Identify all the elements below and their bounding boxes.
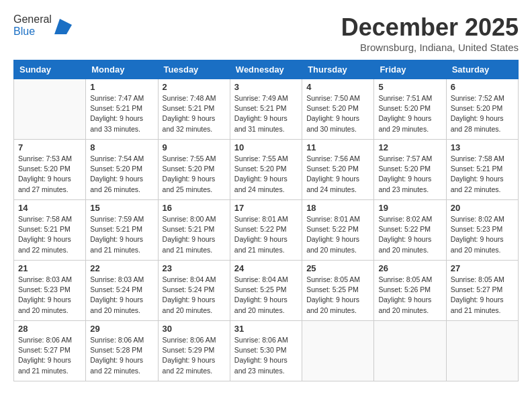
day-header-sunday: Sunday [14, 60, 86, 79]
calendar-cell: 2Sunrise: 7:48 AM Sunset: 5:21 PM Daylig… [158, 79, 230, 140]
calendar-cell: 11Sunrise: 7:56 AM Sunset: 5:20 PM Dayli… [302, 140, 374, 200]
day-info: Sunrise: 8:06 AM Sunset: 5:29 PM Dayligh… [163, 335, 226, 376]
calendar-cell: 5Sunrise: 7:51 AM Sunset: 5:20 PM Daylig… [374, 79, 446, 140]
calendar-cell: 3Sunrise: 7:49 AM Sunset: 5:21 PM Daylig… [230, 79, 302, 140]
calendar-cell: 13Sunrise: 7:58 AM Sunset: 5:21 PM Dayli… [446, 140, 518, 200]
day-number: 13 [451, 142, 514, 152]
day-info: Sunrise: 8:01 AM Sunset: 5:22 PM Dayligh… [306, 214, 369, 255]
week-row-2: 7Sunrise: 7:53 AM Sunset: 5:20 PM Daylig… [14, 140, 519, 200]
day-info: Sunrise: 8:05 AM Sunset: 5:27 PM Dayligh… [451, 275, 514, 316]
calendar-cell: 19Sunrise: 8:02 AM Sunset: 5:22 PM Dayli… [374, 200, 446, 261]
calendar-cell: 22Sunrise: 8:03 AM Sunset: 5:24 PM Dayli… [86, 261, 158, 321]
header-row: SundayMondayTuesdayWednesdayThursdayFrid… [14, 60, 519, 79]
calendar-cell: 29Sunrise: 8:06 AM Sunset: 5:28 PM Dayli… [86, 321, 158, 381]
calendar-cell: 4Sunrise: 7:50 AM Sunset: 5:20 PM Daylig… [302, 79, 374, 140]
calendar-cell: 23Sunrise: 8:04 AM Sunset: 5:24 PM Dayli… [158, 261, 230, 321]
calendar-cell: 21Sunrise: 8:03 AM Sunset: 5:23 PM Dayli… [14, 261, 86, 321]
location-text: Brownsburg, Indiana, United States [341, 42, 519, 53]
day-number: 21 [18, 263, 81, 273]
day-info: Sunrise: 8:02 AM Sunset: 5:23 PM Dayligh… [451, 214, 514, 255]
day-number: 3 [234, 82, 298, 92]
calendar-cell: 15Sunrise: 7:59 AM Sunset: 5:21 PM Dayli… [86, 200, 158, 261]
day-info: Sunrise: 8:00 AM Sunset: 5:21 PM Dayligh… [163, 214, 226, 255]
day-info: Sunrise: 8:01 AM Sunset: 5:22 PM Dayligh… [234, 214, 298, 255]
calendar-cell: 16Sunrise: 8:00 AM Sunset: 5:21 PM Dayli… [158, 200, 230, 261]
calendar-cell: 14Sunrise: 7:58 AM Sunset: 5:21 PM Dayli… [14, 200, 86, 261]
day-info: Sunrise: 7:49 AM Sunset: 5:21 PM Dayligh… [234, 93, 298, 134]
svg-marker-0 [54, 19, 72, 34]
day-info: Sunrise: 8:02 AM Sunset: 5:22 PM Dayligh… [378, 214, 441, 255]
day-info: Sunrise: 7:53 AM Sunset: 5:20 PM Dayligh… [18, 154, 81, 195]
day-number: 29 [90, 324, 153, 334]
calendar-table: SundayMondayTuesdayWednesdayThursdayFrid… [13, 60, 519, 381]
day-info: Sunrise: 8:03 AM Sunset: 5:24 PM Dayligh… [90, 275, 153, 316]
day-number: 8 [90, 142, 153, 152]
day-number: 20 [451, 203, 514, 213]
day-header-wednesday: Wednesday [230, 60, 302, 79]
day-number: 24 [234, 263, 298, 273]
day-info: Sunrise: 8:05 AM Sunset: 5:26 PM Dayligh… [378, 275, 441, 316]
calendar-cell: 12Sunrise: 7:57 AM Sunset: 5:20 PM Dayli… [374, 140, 446, 200]
calendar-cell [446, 321, 518, 381]
calendar-cell: 24Sunrise: 8:04 AM Sunset: 5:25 PM Dayli… [230, 261, 302, 321]
day-info: Sunrise: 8:04 AM Sunset: 5:24 PM Dayligh… [163, 275, 226, 316]
day-info: Sunrise: 7:58 AM Sunset: 5:21 PM Dayligh… [18, 214, 81, 255]
day-number: 4 [306, 82, 369, 92]
day-header-thursday: Thursday [302, 60, 374, 79]
logo: General Blue [13, 13, 73, 38]
calendar-cell: 9Sunrise: 7:55 AM Sunset: 5:20 PM Daylig… [158, 140, 230, 200]
day-info: Sunrise: 8:06 AM Sunset: 5:27 PM Dayligh… [18, 335, 81, 376]
day-number: 16 [163, 203, 226, 213]
day-number: 19 [378, 203, 441, 213]
day-number: 18 [306, 203, 369, 213]
calendar-cell: 6Sunrise: 7:52 AM Sunset: 5:20 PM Daylig… [446, 79, 518, 140]
day-number: 14 [18, 203, 81, 213]
day-info: Sunrise: 7:50 AM Sunset: 5:20 PM Dayligh… [306, 93, 369, 134]
day-number: 25 [306, 263, 369, 273]
day-info: Sunrise: 8:04 AM Sunset: 5:25 PM Dayligh… [234, 275, 298, 316]
day-header-monday: Monday [86, 60, 158, 79]
page-header: General Blue December 2025 Brownsburg, I… [13, 13, 519, 53]
logo-blue-text: Blue [13, 26, 35, 37]
calendar-cell: 30Sunrise: 8:06 AM Sunset: 5:29 PM Dayli… [158, 321, 230, 381]
day-number: 10 [234, 142, 298, 152]
day-info: Sunrise: 7:47 AM Sunset: 5:21 PM Dayligh… [90, 93, 153, 134]
day-number: 1 [90, 82, 153, 92]
calendar-cell: 26Sunrise: 8:05 AM Sunset: 5:26 PM Dayli… [374, 261, 446, 321]
week-row-1: 1Sunrise: 7:47 AM Sunset: 5:21 PM Daylig… [14, 79, 519, 140]
day-info: Sunrise: 7:57 AM Sunset: 5:20 PM Dayligh… [378, 154, 441, 195]
day-info: Sunrise: 7:51 AM Sunset: 5:20 PM Dayligh… [378, 93, 441, 134]
day-number: 26 [378, 263, 441, 273]
calendar-cell: 17Sunrise: 8:01 AM Sunset: 5:22 PM Dayli… [230, 200, 302, 261]
day-info: Sunrise: 7:55 AM Sunset: 5:20 PM Dayligh… [234, 154, 298, 195]
day-info: Sunrise: 7:54 AM Sunset: 5:20 PM Dayligh… [90, 154, 153, 195]
day-number: 15 [90, 203, 153, 213]
day-number: 31 [234, 324, 298, 334]
day-number: 6 [451, 82, 514, 92]
calendar-cell: 20Sunrise: 8:02 AM Sunset: 5:23 PM Dayli… [446, 200, 518, 261]
logo-general-text: General [13, 13, 52, 25]
day-info: Sunrise: 7:56 AM Sunset: 5:20 PM Dayligh… [306, 154, 369, 195]
calendar-cell: 8Sunrise: 7:54 AM Sunset: 5:20 PM Daylig… [86, 140, 158, 200]
day-info: Sunrise: 7:59 AM Sunset: 5:21 PM Dayligh… [90, 214, 153, 255]
day-number: 22 [90, 263, 153, 273]
day-number: 27 [451, 263, 514, 273]
calendar-cell: 7Sunrise: 7:53 AM Sunset: 5:20 PM Daylig… [14, 140, 86, 200]
day-number: 11 [306, 142, 369, 152]
calendar-cell: 18Sunrise: 8:01 AM Sunset: 5:22 PM Dayli… [302, 200, 374, 261]
day-header-tuesday: Tuesday [158, 60, 230, 79]
day-number: 9 [163, 142, 226, 152]
calendar-cell: 1Sunrise: 7:47 AM Sunset: 5:21 PM Daylig… [86, 79, 158, 140]
day-number: 12 [378, 142, 441, 152]
day-info: Sunrise: 8:03 AM Sunset: 5:23 PM Dayligh… [18, 275, 81, 316]
week-row-5: 28Sunrise: 8:06 AM Sunset: 5:27 PM Dayli… [14, 321, 519, 381]
day-number: 30 [163, 324, 226, 334]
day-info: Sunrise: 7:52 AM Sunset: 5:20 PM Dayligh… [451, 93, 514, 134]
day-info: Sunrise: 7:48 AM Sunset: 5:21 PM Dayligh… [163, 93, 226, 134]
day-number: 23 [163, 263, 226, 273]
day-header-saturday: Saturday [446, 60, 518, 79]
day-number: 17 [234, 203, 298, 213]
week-row-4: 21Sunrise: 8:03 AM Sunset: 5:23 PM Dayli… [14, 261, 519, 321]
logo-icon [53, 15, 73, 36]
day-info: Sunrise: 8:06 AM Sunset: 5:30 PM Dayligh… [234, 335, 298, 376]
